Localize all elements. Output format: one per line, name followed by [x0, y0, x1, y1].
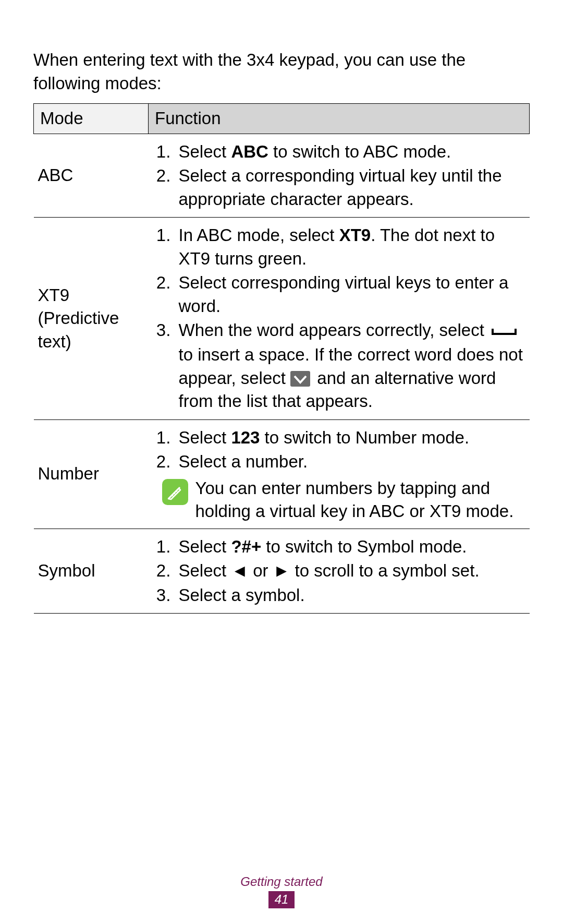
function-cell-symbol: Select ?#+ to switch to Symbol mode. Sel… [149, 529, 530, 614]
abc-step-2: Select a corresponding virtual key until… [176, 164, 525, 211]
text: to switch to Number mode. [260, 428, 469, 447]
bold-text: ?#+ [231, 537, 261, 556]
function-cell-abc: Select ABC to switch to ABC mode. Select… [149, 134, 530, 218]
abc-step-1: Select ABC to switch to ABC mode. [176, 140, 525, 164]
number-step-1: Select 123 to switch to Number mode. [176, 426, 525, 450]
table-row: Symbol Select ?#+ to switch to Symbol mo… [34, 529, 530, 614]
space-key-icon [491, 320, 517, 343]
text: to switch to Symbol mode. [261, 537, 467, 556]
text: or [248, 561, 273, 580]
text: Select [179, 561, 231, 580]
number-step-2: Select a number. [176, 450, 525, 474]
text: Select [179, 537, 231, 556]
symbol-steps: Select ?#+ to switch to Symbol mode. Sel… [155, 535, 525, 607]
footer-section-label: Getting started [0, 874, 563, 889]
symbol-step-1: Select ?#+ to switch to Symbol mode. [176, 535, 525, 559]
number-steps: Select 123 to switch to Number mode. Sel… [155, 426, 525, 474]
intro-paragraph: When entering text with the 3x4 keypad, … [33, 49, 530, 95]
table-row: Number Select 123 to switch to Number mo… [34, 419, 530, 529]
note-block: You can enter numbers by tapping and hol… [155, 477, 525, 523]
mode-cell-symbol: Symbol [34, 529, 149, 614]
manual-page: When entering text with the 3x4 keypad, … [0, 0, 563, 924]
xt9-step-1: In ABC mode, select XT9. The dot next to… [176, 224, 525, 270]
bold-text: 123 [231, 428, 260, 447]
text: to scroll to a symbol set. [290, 561, 479, 580]
page-number-badge: 41 [268, 891, 295, 908]
mode-cell-abc: ABC [34, 134, 149, 218]
xt9-step-2: Select corresponding virtual keys to ent… [176, 271, 525, 318]
text: to switch to ABC mode. [268, 142, 451, 161]
table-header-row: Mode Function [34, 104, 530, 134]
right-arrow-icon: ► [273, 561, 290, 580]
left-arrow-icon: ◄ [231, 561, 248, 580]
xt9-steps: In ABC mode, select XT9. The dot next to… [155, 224, 525, 413]
symbol-step-3: Select a symbol. [176, 584, 525, 607]
mode-cell-number: Number [34, 419, 149, 529]
abc-steps: Select ABC to switch to ABC mode. Select… [155, 140, 525, 211]
bold-text: ABC [231, 142, 268, 161]
text: In ABC mode, select [179, 225, 339, 245]
page-footer: Getting started 41 [0, 874, 563, 908]
text: When the word appears correctly, select [179, 320, 489, 340]
note-icon [162, 479, 188, 505]
table-row: ABC Select ABC to switch to ABC mode. Se… [34, 134, 530, 218]
xt9-step-3: When the word appears correctly, select … [176, 319, 525, 413]
header-mode: Mode [34, 104, 149, 134]
text: Select [179, 142, 231, 161]
header-function: Function [149, 104, 530, 134]
function-cell-number: Select 123 to switch to Number mode. Sel… [149, 419, 530, 529]
text: Select [179, 428, 231, 447]
function-cell-xt9: In ABC mode, select XT9. The dot next to… [149, 218, 530, 419]
dropdown-arrow-icon [290, 371, 310, 387]
note-text: You can enter numbers by tapping and hol… [195, 477, 525, 523]
symbol-step-2: Select ◄ or ► to scroll to a symbol set. [176, 559, 525, 583]
table-row: XT9 (Predictive text) In ABC mode, selec… [34, 218, 530, 419]
bold-text: XT9 [339, 225, 371, 245]
mode-cell-xt9: XT9 (Predictive text) [34, 218, 149, 419]
modes-table: Mode Function ABC Select ABC to switch t… [33, 103, 530, 614]
